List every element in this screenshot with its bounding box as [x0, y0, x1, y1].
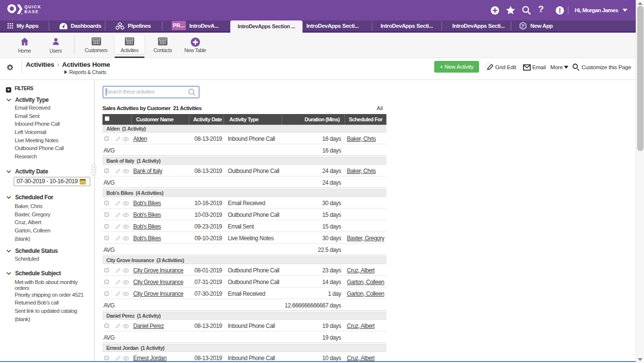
svg-text:BASE: BASE	[24, 9, 39, 14]
svg-text:QUICK: QUICK	[24, 4, 41, 9]
